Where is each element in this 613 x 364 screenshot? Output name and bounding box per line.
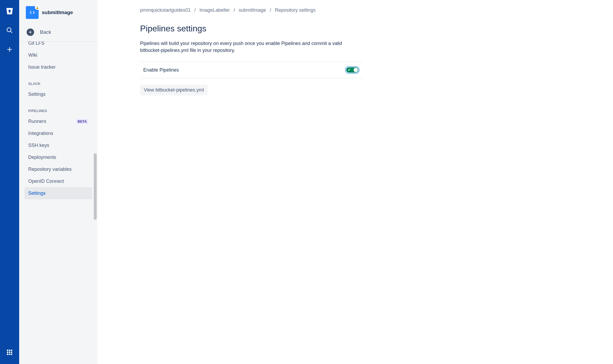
lock-icon: 🔒 [35, 5, 40, 10]
sidebar-item-label: Settings [28, 92, 46, 97]
sidebar-item-openid-connect[interactable]: OpenID Connect [24, 175, 92, 187]
breadcrumb-separator: / [234, 7, 235, 13]
sidebar-item-label: Settings [28, 191, 46, 196]
svg-rect-8 [9, 352, 10, 353]
sidebar-item-label: Integrations [28, 131, 53, 136]
svg-rect-11 [9, 354, 10, 355]
enable-pipelines-row: Enable Pipelines [140, 62, 363, 78]
sidebar-item-deployments[interactable]: Deployments [24, 151, 92, 163]
plus-icon[interactable] [4, 44, 15, 55]
sidebar-item-runners[interactable]: Runners BETA [24, 115, 92, 127]
section-header-slack: SLACK [24, 73, 92, 88]
sidebar-item-git-lfs[interactable]: Git LFS [24, 42, 92, 49]
svg-rect-4 [7, 350, 8, 351]
enable-pipelines-toggle[interactable] [345, 66, 359, 74]
search-icon[interactable] [4, 25, 15, 36]
view-pipelines-yml-button[interactable]: View bitbucket-pipelines.yml [140, 85, 208, 96]
breadcrumb-workspace[interactable]: pmmquickstartguides01 [140, 7, 191, 13]
sidebar-item-wiki[interactable]: Wiki [24, 49, 92, 61]
global-nav [0, 0, 19, 364]
breadcrumb-project[interactable]: ImageLabeller [199, 7, 230, 13]
svg-point-0 [7, 28, 11, 32]
section-header-pipelines: PIPELINES [24, 100, 92, 115]
enable-pipelines-label: Enable Pipelines [143, 67, 179, 73]
sidebar-item-label: Repository variables [28, 167, 72, 172]
bitbucket-logo-icon[interactable] [4, 6, 15, 16]
sidebar-item-label: Wiki [28, 52, 37, 58]
page-description: Pipelines will build your repository on … [140, 40, 361, 54]
back-arrow-icon [27, 28, 34, 36]
sidebar-item-issue-tracker[interactable]: Issue tracker [24, 61, 92, 73]
main-content: pmmquickstartguides01 / ImageLabeller / … [97, 0, 613, 364]
check-icon [348, 68, 351, 72]
sidebar-item-slack-settings[interactable]: Settings [24, 88, 92, 100]
sidebar-item-ssh-keys[interactable]: SSH keys [24, 139, 92, 151]
sidebar-item-label: SSH keys [28, 143, 49, 148]
sidebar-item-label: Issue tracker [28, 64, 56, 70]
sidebar-item-integrations[interactable]: Integrations [24, 127, 92, 139]
back-button[interactable]: Back [19, 24, 97, 42]
sidebar-item-repository-variables[interactable]: Repository variables [24, 163, 92, 175]
breadcrumb-separator: / [270, 7, 271, 13]
breadcrumb: pmmquickstartguides01 / ImageLabeller / … [140, 7, 597, 13]
toggle-knob [354, 68, 358, 72]
svg-rect-5 [9, 350, 10, 351]
page-title: Pipelines settings [140, 24, 597, 34]
back-label: Back [40, 29, 51, 35]
sidebar-header: 🔒 submitImage [19, 0, 97, 24]
svg-rect-10 [7, 354, 8, 355]
scrollbar-thumb[interactable] [94, 153, 97, 220]
repo-name: submitImage [42, 10, 73, 15]
breadcrumb-separator: / [194, 7, 196, 13]
apps-icon[interactable] [4, 347, 15, 358]
sidebar-scroll: Git LFS Wiki Issue tracker SLACK Setting… [19, 42, 97, 364]
sidebar-item-label: Git LFS [28, 42, 44, 46]
svg-rect-7 [7, 352, 8, 353]
sidebar-item-label: Runners [28, 119, 46, 124]
breadcrumb-current[interactable]: Repository settings [275, 7, 316, 13]
svg-line-1 [10, 31, 12, 33]
breadcrumb-repo[interactable]: submitImage [239, 7, 266, 13]
svg-rect-12 [11, 354, 12, 355]
svg-rect-9 [11, 352, 12, 353]
sidebar-item-pipelines-settings[interactable]: Settings [24, 187, 92, 199]
sidebar-item-label: OpenID Connect [28, 179, 64, 184]
sidebar-item-label: Deployments [28, 155, 56, 160]
svg-rect-6 [11, 350, 12, 351]
repo-icon: 🔒 [26, 6, 39, 19]
sidebar: 🔒 submitImage Back Git LFS Wiki Issue tr… [19, 0, 97, 364]
beta-badge: BETA [76, 119, 88, 124]
